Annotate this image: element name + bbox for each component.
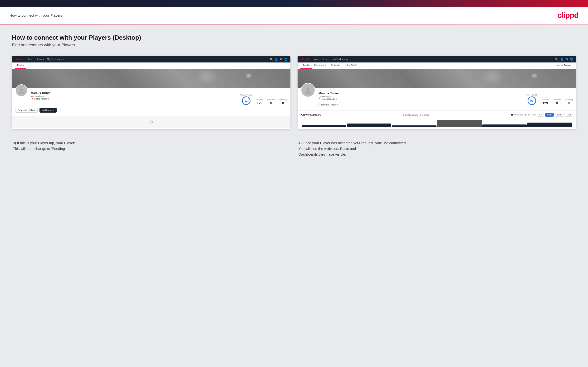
top-accent-bar <box>0 0 588 7</box>
left-location: 📍 United Kingdom <box>31 98 237 100</box>
left-navbar: clippd Home Teams My Performance 🔍 👤 ⚙ 🌐 <box>12 56 290 62</box>
on-course-label: On course <box>514 114 523 116</box>
globe-icon[interactable]: 🌐 <box>284 58 288 61</box>
time-btn-1mth[interactable]: 1 mth <box>565 113 573 117</box>
location-pin-icon: 📍 <box>31 98 34 100</box>
left-nav-links: Home Teams My Performance <box>27 58 64 61</box>
activity-header: Activity Summary Monthly Activity - 6 Mo… <box>301 113 573 117</box>
search-icon[interactable]: 🔍 <box>269 58 273 61</box>
time-btn-3mths[interactable]: 3 mths <box>555 113 564 117</box>
gear-icon: ⚙ <box>149 119 153 125</box>
svg-point-1 <box>19 92 24 94</box>
right-profile-info: Marcus Turner 1-5 Handicap 📍 United King… <box>298 88 576 110</box>
left-golf-pattern <box>12 69 290 88</box>
right-player-dropdown[interactable]: Marcus Turner <box>553 62 573 69</box>
left-app-logo: clippd <box>15 58 23 61</box>
close-icon: ✕ <box>337 103 339 106</box>
left-nav-performance[interactable]: My Performance <box>47 58 64 61</box>
left-nav-home[interactable]: Home <box>27 58 33 61</box>
left-player-name: Marcus Turner <box>31 92 237 95</box>
right-stat-quality: Player Quality 92 <box>526 94 538 105</box>
off-course-label: Off course <box>527 114 536 116</box>
left-profile-actions: Request to Follow Add Player + <box>15 108 287 113</box>
activity-chart <box>301 118 573 127</box>
left-stat-quality: Player Quality 92 <box>240 94 252 105</box>
right-location-pin-icon: 📍 <box>319 98 321 100</box>
description-right: 4) Once your Player has accepted your re… <box>298 136 576 157</box>
left-screenshot-bottom: ⚙ <box>12 116 290 128</box>
right-golf-pattern <box>298 69 576 88</box>
chart-bar-3 <box>392 125 436 127</box>
page-heading: How to connect with your Players (Deskto… <box>12 34 576 41</box>
right-globe-icon[interactable]: 🌐 <box>570 58 573 61</box>
on-course-legend-dot <box>511 114 513 116</box>
svg-point-0 <box>20 88 23 91</box>
right-profile-hero <box>298 69 576 88</box>
left-quality-circle: 92 <box>242 96 251 105</box>
page-header: How to connect with your Players clippd <box>0 7 588 24</box>
right-search-icon[interactable]: 🔍 <box>555 58 559 61</box>
right-quality-circle: 92 <box>527 96 536 105</box>
right-tab-what-to-on[interactable]: What To On <box>343 62 360 69</box>
description-left-text: 3) If this is your Player tap, 'Add Play… <box>13 140 289 151</box>
left-avatar <box>15 84 28 97</box>
chart-bar-6 <box>527 123 572 127</box>
page-subheading: Find and connect with your Players <box>12 43 576 48</box>
right-tab-profile[interactable]: Profile <box>300 62 312 69</box>
activity-period: Monthly Activity - 6 Months <box>403 114 429 116</box>
chart-bar-5 <box>482 125 527 127</box>
right-avatar <box>301 83 315 97</box>
request-follow-button[interactable]: Request to Follow <box>15 108 38 113</box>
breadcrumb-title: How to connect with your Players <box>9 13 62 17</box>
right-nav-performance[interactable]: My Performance <box>333 58 350 61</box>
descriptions-row: 3) If this is your Player tap, 'Add Play… <box>12 136 576 157</box>
plus-icon: + <box>53 109 54 111</box>
activity-controls: On course Off course 1 yr 6 mths 3 mths … <box>511 113 573 117</box>
chart-bar-1 <box>302 125 346 127</box>
description-left: 3) If this is your Player tap, 'Add Play… <box>12 136 290 157</box>
time-btn-1yr[interactable]: 1 yr <box>538 113 544 117</box>
right-tab-dashboard[interactable]: Dashboard <box>312 62 328 69</box>
right-nav-teams[interactable]: Teams <box>322 58 329 61</box>
left-tabs: Profile <box>12 62 290 69</box>
right-settings-icon[interactable]: ⚙ <box>566 58 568 61</box>
screenshots-row: clippd Home Teams My Performance 🔍 👤 ⚙ 🌐 <box>12 56 576 129</box>
right-stat-following: Following 0 <box>565 99 573 105</box>
svg-point-2 <box>306 87 310 91</box>
activity-summary-title: Activity Summary <box>301 114 321 116</box>
mock-app-left: clippd Home Teams My Performance 🔍 👤 ⚙ 🌐 <box>12 56 290 128</box>
remove-player-button[interactable]: Remove Player ✕ <box>319 102 341 107</box>
right-stat-followers: Followers 0 <box>553 99 561 105</box>
chart-bar-2 <box>347 124 391 127</box>
main-content: How to connect with your Players (Deskto… <box>0 25 588 367</box>
mock-app-right: clippd Home Teams My Performance 🔍 👤 ⚙ 🌐 <box>298 56 576 129</box>
right-nav-home[interactable]: Home <box>312 58 319 61</box>
left-stat-following: Following 0 <box>279 99 287 105</box>
time-btn-6mths[interactable]: 6 mths <box>545 113 554 117</box>
right-tab-activities[interactable]: Activities <box>328 62 342 69</box>
left-tab-profile[interactable]: Profile <box>15 62 26 69</box>
chart-bar-4 <box>437 120 482 127</box>
right-nav-links: Home Teams My Performance <box>312 58 350 61</box>
right-handicap: 1-5 Handicap <box>319 95 523 98</box>
right-location: 📍 United Kingdom <box>319 98 523 100</box>
user-icon[interactable]: 👤 <box>275 58 278 61</box>
screenshot-left: clippd Home Teams My Performance 🔍 👤 ⚙ 🌐 <box>12 56 290 129</box>
right-tabs: Profile Dashboard Activities What To On … <box>298 62 576 69</box>
right-nav-icons: 🔍 👤 ⚙ 🌐 <box>555 58 573 61</box>
left-nav-teams[interactable]: Teams <box>37 58 43 61</box>
left-nav-icons: 🔍 👤 ⚙ 🌐 <box>269 58 288 61</box>
right-user-icon[interactable]: 👤 <box>560 58 564 61</box>
add-player-button[interactable]: Add Player + <box>40 108 57 113</box>
svg-point-3 <box>305 91 311 94</box>
right-player-name: Marcus Turner <box>319 92 523 95</box>
right-stat-activities: Activities 129 <box>541 99 549 105</box>
left-stat-activities: Activities 129 <box>256 99 263 105</box>
left-profile-hero <box>12 69 290 88</box>
right-app-logo: clippd <box>300 58 309 61</box>
clippd-logo: clippd <box>558 11 579 20</box>
settings-icon[interactable]: ⚙ <box>280 58 282 61</box>
left-handicap: 1-5 Handicap <box>31 95 237 98</box>
screenshot-right: clippd Home Teams My Performance 🔍 👤 ⚙ 🌐 <box>298 56 576 129</box>
right-navbar: clippd Home Teams My Performance 🔍 👤 ⚙ 🌐 <box>298 56 576 62</box>
